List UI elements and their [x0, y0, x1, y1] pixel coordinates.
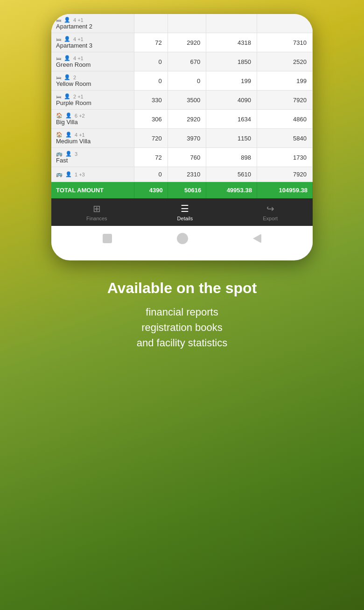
square-button[interactable] [103, 234, 112, 243]
col4-cell: 7920 [257, 167, 312, 182]
phone-mockup: 🛏 👤 4 +1 Apartament 2 🛏 [51, 14, 313, 260]
room-icons: 🏠 👤 4 +1 [56, 132, 129, 138]
export-icon: ↪ [266, 203, 274, 214]
col2-cell: 0 [168, 71, 206, 91]
col2-cell [168, 14, 206, 33]
promo-title: Available on the spot [107, 279, 257, 297]
col4-cell [257, 14, 312, 33]
home-button[interactable] [177, 233, 188, 244]
room-guests: 2 +1 [73, 94, 84, 99]
col1-cell: 306 [134, 110, 168, 129]
room-icons: 🛏 👤 4 +1 [56, 17, 129, 23]
col2-cell: 760 [168, 148, 206, 167]
house-icon: 🏠 [56, 132, 63, 138]
bed-icon: 🛏 [56, 17, 61, 23]
col4-cell: 5840 [257, 129, 312, 148]
table-row: 🚌 👤 3 Fast 72 760 898 1730 [51, 148, 313, 167]
col2-cell: 3500 [168, 91, 206, 110]
bottom-nav: ⊞ Finances ☰ Details ↪ Export [51, 198, 313, 226]
person-icon: 👤 [64, 93, 70, 99]
person-icon: 👤 [64, 17, 70, 23]
room-name: Medium Villa [56, 138, 129, 145]
col3-cell: 4090 [206, 91, 257, 110]
col1-cell: 330 [134, 91, 168, 110]
nav-finances[interactable]: ⊞ Finances [86, 203, 107, 221]
table-row: 🏠 👤 4 +1 Medium Villa 720 3970 1150 5840 [51, 129, 313, 148]
room-icons: 🛏 👤 2 [56, 74, 129, 80]
room-name: Apartament 2 [56, 23, 129, 30]
col1-cell: 0 [134, 167, 168, 182]
room-icons: 🏠 👤 6 +2 [56, 112, 129, 119]
bed-icon: 🛏 [56, 56, 61, 61]
col4-cell: 7920 [257, 91, 312, 110]
total-col4: 104959.38 [257, 182, 312, 199]
nav-export[interactable]: ↪ Export [263, 203, 278, 221]
person-icon: 👤 [65, 132, 72, 138]
bed-icon: 🛏 [56, 36, 61, 42]
promo-section: Available on the spot financial reports … [79, 260, 285, 369]
person-icon: 👤 [65, 112, 72, 119]
col3-cell: 898 [206, 148, 257, 167]
hardware-buttons [51, 226, 313, 251]
total-col3: 49953.38 [206, 182, 257, 199]
person-icon: 👤 [65, 171, 72, 177]
finances-icon: ⊞ [93, 203, 101, 214]
col2-cell: 670 [168, 52, 206, 71]
bus-icon: 🚌 [56, 171, 63, 177]
table-row: 🏠 👤 6 +2 Big Villa 306 2920 1634 4860 [51, 110, 313, 129]
table-row: 🛏 👤 2 +1 Purple Room 330 3500 4090 7920 [51, 91, 313, 110]
nav-details-label: Details [177, 216, 193, 221]
col1-cell: 0 [134, 52, 168, 71]
room-guests: 4 +1 [73, 17, 84, 23]
col2-cell: 2310 [168, 167, 206, 182]
room-guests: 6 +2 [75, 113, 85, 119]
col2-cell: 3970 [168, 129, 206, 148]
nav-export-label: Export [263, 216, 278, 221]
table-area: 🛏 👤 4 +1 Apartament 2 🛏 [51, 14, 313, 198]
room-guests: 4 +1 [73, 56, 84, 61]
col3-cell: 5610 [206, 167, 257, 182]
table-row: 🛏 👤 4 +1 Apartament 2 [51, 14, 313, 33]
room-name: Apartament 3 [56, 42, 129, 49]
financial-table: 🛏 👤 4 +1 Apartament 2 🛏 [51, 14, 313, 198]
col2-cell: 2920 [168, 110, 206, 129]
room-icons: 🛏 👤 2 +1 [56, 93, 129, 99]
col3-cell: 1634 [206, 110, 257, 129]
col4-cell: 4860 [257, 110, 312, 129]
room-icons: 🚌 👤 1 +3 [56, 171, 129, 177]
room-guests: 3 [75, 151, 77, 157]
person-icon: 👤 [64, 74, 70, 80]
person-icon: 👤 [64, 55, 70, 61]
col3-cell: 4318 [206, 33, 257, 52]
room-icons: 🛏 👤 4 +1 [56, 36, 129, 42]
col1-cell: 0 [134, 71, 168, 91]
table-row: 🛏 👤 4 +1 Apartament 3 72 2920 4318 7310 [51, 33, 313, 52]
room-guests: 4 +1 [75, 132, 85, 138]
back-button[interactable] [253, 234, 261, 243]
table-row: 🛏 👤 4 +1 Green Room 0 670 1850 2520 [51, 52, 313, 71]
col2-cell: 2920 [168, 33, 206, 52]
total-label: TOTAL AMOUNT [51, 182, 134, 199]
total-col2: 50616 [168, 182, 206, 199]
house-icon: 🏠 [56, 112, 63, 119]
bus-icon: 🚌 [56, 151, 63, 157]
col1-cell: 720 [134, 129, 168, 148]
total-col1: 4390 [134, 182, 168, 199]
room-name: Big Villa [56, 119, 129, 126]
col4-cell: 199 [257, 71, 312, 91]
table-row: 🛏 👤 2 Yellow Room 0 0 199 199 [51, 71, 313, 91]
room-name: Green Room [56, 61, 129, 68]
col3-cell: 1150 [206, 129, 257, 148]
col4-cell: 2520 [257, 52, 312, 71]
bed-icon: 🛏 [56, 94, 61, 99]
room-name: Fast [56, 157, 129, 164]
nav-finances-label: Finances [86, 216, 107, 221]
bed-icon: 🛏 [56, 75, 61, 80]
room-guests: 4 +1 [73, 36, 84, 42]
details-icon: ☰ [181, 203, 189, 214]
col4-cell: 7310 [257, 33, 312, 52]
person-icon: 👤 [64, 36, 70, 42]
room-icons: 🚌 👤 3 [56, 151, 129, 157]
col3-cell [206, 14, 257, 33]
nav-details[interactable]: ☰ Details [177, 203, 193, 221]
